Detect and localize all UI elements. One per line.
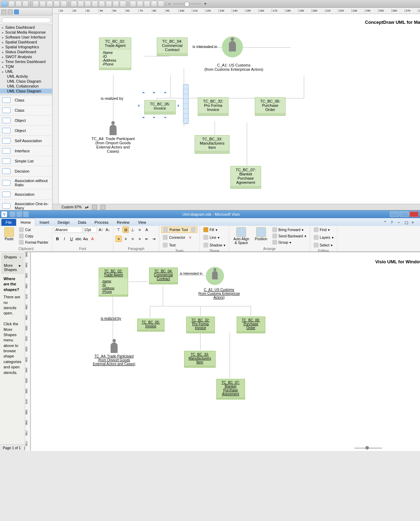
resize-handle[interactable] — [153, 117, 155, 120]
justify-icon[interactable]: ≡ — [136, 236, 143, 242]
redo-icon[interactable] — [23, 211, 29, 217]
tab-data[interactable]: Data — [74, 219, 90, 226]
italic-button[interactable]: I — [61, 236, 68, 242]
freehand-tool-icon[interactable] — [61, 1, 67, 7]
win-min-icon[interactable]: − — [398, 220, 403, 226]
uml-class-invoice[interactable]: TC_BC_05: Invoice — [137, 319, 164, 332]
tree-item[interactable]: Spatial Infographics — [0, 44, 52, 49]
conn6-icon[interactable] — [106, 1, 112, 7]
tab-process[interactable]: Process — [90, 219, 113, 226]
conn3-icon[interactable] — [85, 1, 91, 7]
tree-item[interactable]: UML — [0, 69, 52, 74]
help-icon[interactable] — [391, 220, 396, 226]
undo-icon[interactable] — [16, 211, 22, 217]
actor-trade-participant[interactable]: TC_A4: Trade Participant (from Omport Go… — [90, 342, 139, 366]
win-close-icon[interactable]: × — [412, 220, 417, 226]
text-button[interactable]: Text — [161, 242, 177, 248]
align-middle-icon[interactable]: ⊟ — [122, 227, 129, 233]
quick-shape-toolbar[interactable] — [183, 84, 189, 124]
minimize-button[interactable] — [390, 211, 399, 217]
shape-item[interactable]: Interface — [0, 146, 52, 156]
shrink-font-icon[interactable]: A↓ — [105, 227, 111, 233]
save-icon[interactable] — [10, 211, 15, 217]
tree-item[interactable]: Software User Interface — [0, 35, 52, 40]
uml-class-commercial-contract[interactable]: TC_BC_04: Commercial Contract — [157, 37, 188, 56]
resize-handle[interactable] — [164, 90, 167, 93]
list-view-icon[interactable] — [1, 9, 6, 14]
conn4-icon[interactable] — [92, 1, 98, 7]
connector-button[interactable]: Connector✕ — [161, 234, 193, 241]
tab-view[interactable]: View — [134, 219, 150, 226]
shape-item[interactable]: Class — [0, 95, 52, 105]
view-mode-2[interactable] — [100, 205, 105, 210]
uml-class-blanket[interactable]: TC_BC_07: Blanket Purchase Agreement — [216, 379, 245, 400]
strike-button[interactable]: abc — [75, 236, 82, 242]
actor-trade-participant[interactable]: TC_A4: Trade Participant (from Omport Go… — [90, 125, 136, 153]
zoom-out-icon[interactable] — [130, 1, 136, 7]
shape-item[interactable]: Association One-to-Many — [0, 200, 52, 210]
zoom-out-btn[interactable]: − — [168, 1, 170, 6]
zoom-stepper[interactable]: ▴▾ — [85, 205, 89, 209]
resize-handle[interactable] — [142, 90, 145, 93]
pointer-tool-icon[interactable] — [1, 1, 8, 7]
indent-inc-icon[interactable]: ⇥ — [150, 236, 157, 242]
line-tool-icon[interactable] — [33, 1, 39, 7]
maximize-button[interactable] — [400, 211, 409, 217]
rect-tool-icon[interactable] — [8, 1, 15, 7]
paste-button[interactable]: Paste — [2, 227, 16, 242]
tree-item[interactable]: Time Series Dashboard — [0, 59, 52, 64]
tree-item[interactable]: SWOT Analysis — [0, 54, 52, 59]
uml-class-blanket[interactable]: TC_BC_07: Blanket Purchase Agreement — [230, 166, 261, 189]
align-center-icon[interactable]: ≡ — [122, 236, 129, 242]
conn7-icon[interactable] — [113, 1, 119, 7]
align-bottom-icon[interactable]: ⊥ — [130, 227, 136, 233]
tab-file[interactable]: File — [1, 219, 16, 226]
actor-customs[interactable] — [206, 267, 224, 285]
text-tool-icon[interactable] — [22, 1, 29, 7]
pan-icon[interactable] — [151, 1, 157, 7]
shape-item[interactable]: Object — [0, 126, 52, 136]
uml-class-invoice[interactable]: TC_BC_05: Invoice — [144, 100, 176, 114]
auto-align-button[interactable]: Auto Align & Space — [231, 227, 251, 245]
shape-item[interactable]: Association without Ratio — [0, 176, 52, 189]
tab-design[interactable]: Design — [54, 219, 74, 226]
close-button[interactable] — [410, 211, 419, 217]
uml-class-commercial[interactable]: TC_BC_04: Commercial Contract — [149, 268, 178, 284]
pen-tool-icon[interactable] — [54, 1, 60, 7]
align-top-icon[interactable]: ⊤ — [115, 227, 122, 233]
tree-item[interactable]: TQM — [0, 64, 52, 69]
select-button[interactable]: Select ▾ — [312, 242, 334, 248]
find-button[interactable]: Find ▾ — [312, 227, 331, 233]
shape-item[interactable]: Simple List — [0, 156, 52, 166]
resize-handle[interactable] — [164, 117, 167, 120]
view-mode-1[interactable] — [92, 205, 97, 210]
copy-button[interactable]: Copy — [18, 233, 50, 239]
search-input[interactable] — [1, 18, 51, 23]
pointer-tool-button[interactable]: Pointer Tool — [161, 227, 197, 233]
uml-class-trade-agent[interactable]: TC_BC_02: Trade Agent -Name -ID -Address… — [99, 268, 128, 297]
position-button[interactable]: Position — [253, 227, 270, 242]
uml-class-proforma[interactable]: TC_BC_32: Pro Forma Invoice — [198, 97, 229, 116]
visio-page[interactable]: Visio UML for Windows TC_BC_02: Trade Ag… — [31, 252, 420, 451]
send-backward-button[interactable]: Send Backward ▾ — [271, 233, 308, 239]
ellipse-tool-icon[interactable] — [15, 1, 22, 7]
fill-button[interactable]: Fill ▾ — [202, 227, 219, 233]
cut-button[interactable]: Cut — [18, 227, 50, 233]
underline-button[interactable]: U — [68, 236, 75, 242]
resize-handle[interactable] — [153, 90, 155, 93]
grow-font-icon[interactable]: A↑ — [98, 227, 104, 233]
font-size[interactable] — [83, 227, 97, 233]
minimize-ribbon-icon[interactable]: ⌃ — [384, 220, 389, 226]
zoom-in-icon[interactable] — [137, 1, 143, 7]
arc-tool-icon[interactable] — [40, 1, 46, 7]
conn2-icon[interactable] — [78, 1, 84, 7]
tree-item[interactable]: Sales Dashboard — [0, 25, 52, 30]
conn8-icon[interactable] — [120, 1, 126, 7]
bullets-icon[interactable]: ≡ — [136, 227, 143, 233]
tree-item[interactable]: Status Dashboard — [0, 49, 52, 54]
canvas[interactable]: ConceptDraw UML for Mac — [59, 14, 420, 204]
fit-icon[interactable] — [144, 1, 150, 7]
measure-icon[interactable] — [158, 1, 164, 7]
uml-class-purchase-order[interactable]: TC_BC_06: Purchase Order — [237, 317, 265, 333]
line-button[interactable]: Line ▾ — [202, 234, 221, 241]
